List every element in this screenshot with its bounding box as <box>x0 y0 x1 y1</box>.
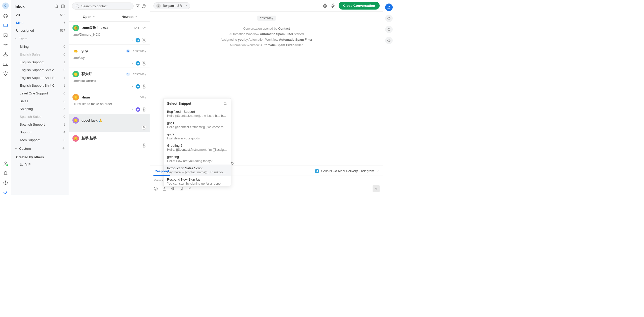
snippet-name: Bug fixed - Support <box>167 110 227 114</box>
team-item[interactable]: Spanish Support1 <box>11 121 69 128</box>
team-item[interactable]: Billing0 <box>11 43 69 50</box>
settings-icon[interactable] <box>3 71 8 76</box>
agent-badge: B <box>142 61 146 66</box>
team-item[interactable]: Level One Support0 <box>11 89 69 97</box>
incoming-arrow-icon <box>131 108 134 111</box>
team-group-toggle[interactable]: Team <box>11 34 69 43</box>
contact-avatar[interactable] <box>385 4 393 11</box>
conv-time: Yesterday <box>133 49 146 53</box>
contact-detail-icon[interactable] <box>385 26 393 33</box>
unread-badge: 6 <box>126 49 130 52</box>
snippet-search-icon[interactable] <box>223 101 227 105</box>
users-icon <box>20 163 23 166</box>
agent-badge: B <box>142 143 146 148</box>
inbox-icon[interactable] <box>3 23 8 28</box>
contacts-icon[interactable] <box>3 33 8 38</box>
agent-badge: B <box>142 125 146 130</box>
contact-avatar: 😊 <box>72 94 79 100</box>
team-item[interactable]: Spanish Sales0 <box>11 113 69 121</box>
snippet-icon[interactable] <box>179 186 184 191</box>
snippet-item[interactable]: Introduction Sales ScriptHey there, {{$c… <box>164 165 231 176</box>
snippet-item[interactable]: gng1Hello {{$contact.firstname}} , welco… <box>164 119 231 131</box>
chevron-down-icon <box>15 147 18 150</box>
snippet-item[interactable]: Greeting 2Hello, {{$contact.firstname}},… <box>164 142 231 153</box>
filter-icon[interactable] <box>136 4 140 8</box>
voice-icon[interactable] <box>171 186 175 191</box>
team-item[interactable]: English Support Shift B1 <box>11 74 69 82</box>
conversation-item[interactable]: 😊ИванFridayHi! I'd like to make an order… <box>69 91 150 114</box>
add-contact-icon[interactable] <box>142 4 147 8</box>
broadcast-icon[interactable] <box>3 42 8 47</box>
snooze-icon[interactable] <box>323 3 328 8</box>
search-input[interactable] <box>81 4 130 8</box>
assignee-selector[interactable]: Benjamin SR <box>153 2 190 9</box>
sidebar-collapse-icon[interactable] <box>61 4 65 9</box>
svg-point-16 <box>143 5 145 6</box>
chevron-down-icon <box>15 37 18 40</box>
sidebar-title: Inbox <box>15 4 52 9</box>
team-item[interactable]: English Sales0 <box>11 50 69 58</box>
conversation-item[interactable]: 😊新手 新手B <box>69 132 150 150</box>
user-status-icon[interactable] <box>3 161 8 166</box>
agent-badge: B <box>142 38 146 42</box>
sidebar-search-icon[interactable] <box>54 4 59 9</box>
respond-tab[interactable]: Respond <box>153 168 170 176</box>
help-icon[interactable] <box>3 180 8 185</box>
sidebar-filter-all[interactable]: All556 <box>11 11 69 19</box>
workflows-icon[interactable] <box>3 52 8 57</box>
conversation-item[interactable]: 😑郭大虾1Yesterdayt.me/xiuxianren1B <box>69 68 150 91</box>
emoji-icon[interactable] <box>153 186 158 191</box>
search-wrap[interactable] <box>72 3 134 10</box>
snippet-preview: Hello! How are you doing today? <box>167 159 227 163</box>
custom-item[interactable]: VIP <box>11 161 69 168</box>
team-item[interactable]: English Support Shift A0 <box>11 66 69 74</box>
dashboard-icon[interactable] <box>3 14 8 19</box>
snippet-item[interactable]: Respond New Sign UpYou can start by sign… <box>164 176 231 186</box>
snippet-item[interactable]: greeting1Hello! How are you doing today? <box>164 153 231 165</box>
activity-icon[interactable] <box>385 37 393 44</box>
workspace-avatar[interactable]: C <box>2 3 9 9</box>
agent-badge: B <box>142 107 146 112</box>
contact-name: Иван <box>82 95 135 99</box>
svg-rect-12 <box>61 5 64 8</box>
snippet-item[interactable]: Bug fixed - SupportHello {{$contact.name… <box>164 108 231 119</box>
channel-name: Grub N Go Meal Delivery - Telegram <box>321 169 374 173</box>
notifications-icon[interactable] <box>3 171 8 176</box>
sys-assigned: Assigned to you by Automation Workflow A… <box>150 38 383 41</box>
day-separator: Yesterday <box>257 16 276 21</box>
sort-tab[interactable]: Newest <box>109 12 150 21</box>
team-item[interactable]: Shipping5 <box>11 105 69 113</box>
add-custom-icon[interactable] <box>62 146 65 151</box>
conv-preview: Hi! I'd like to make an order <box>72 102 146 106</box>
open-tab[interactable]: Open <box>69 12 109 21</box>
channel-selector[interactable]: Grub N Go Meal Delivery - Telegram <box>315 169 380 175</box>
team-item[interactable]: English Support Shift C1 <box>11 82 69 89</box>
snippet-preview: Hello {{$contact.name}}, the issue has b… <box>167 114 227 118</box>
team-item[interactable]: Sales0 <box>11 97 69 105</box>
close-conversation-button[interactable]: Close Conversation <box>339 2 380 10</box>
sidebar-filter-unassigned[interactable]: Unassigned517 <box>11 27 69 34</box>
variable-icon[interactable] <box>188 186 192 191</box>
reports-icon[interactable] <box>3 61 8 66</box>
sidebar-filter-mine[interactable]: Mine6 <box>11 19 69 27</box>
contact-name: 郭大虾 <box>82 72 123 76</box>
team-item[interactable]: Support4 <box>11 128 69 136</box>
svg-point-8 <box>5 73 6 74</box>
automation-icon[interactable] <box>331 3 336 8</box>
conversation-item[interactable]: 😊Dom极致主 079112:11 AMt.me/Dompro_NCCB <box>69 22 150 45</box>
conversation-item[interactable]: 😊good luck 🙏B <box>69 114 150 132</box>
conversation-item[interactable]: 🤲yi yi6Yesterdayt.me/ssyB <box>69 45 150 68</box>
snippet-preview: I will deliver your goods <box>167 137 227 140</box>
snippet-item[interactable]: gng2I will deliver your goods <box>164 131 231 142</box>
team-item[interactable]: Tech Support0 <box>11 136 69 144</box>
contact-avatar: 😑 <box>72 71 79 77</box>
team-item[interactable]: English Support1 <box>11 58 69 66</box>
custom-group-toggle[interactable]: Custom <box>11 144 69 153</box>
telegram-icon <box>315 169 319 173</box>
respond-logo-icon[interactable] <box>3 190 8 195</box>
search-icon <box>75 4 79 8</box>
snippet-name: gng2 <box>167 132 227 136</box>
send-button[interactable] <box>373 185 380 192</box>
attachment-icon[interactable] <box>162 186 167 191</box>
expand-panel-icon[interactable] <box>385 15 393 22</box>
